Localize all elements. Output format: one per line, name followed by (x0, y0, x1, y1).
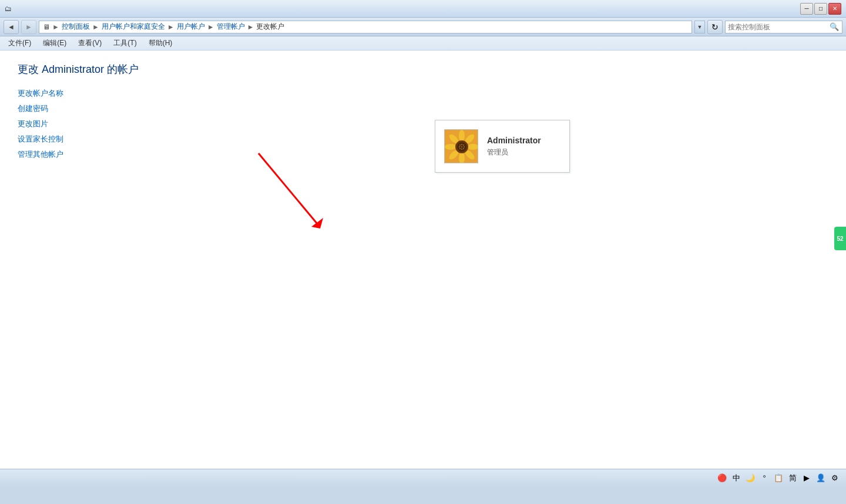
svg-point-16 (464, 146, 465, 147)
svg-point-13 (463, 145, 464, 146)
menu-view[interactable]: 查看(V) (72, 37, 108, 49)
taskbar-icon-dot[interactable]: ° (759, 473, 770, 483)
taskbar-icon-grid[interactable]: 📋 (773, 473, 784, 483)
account-info: Administrator 管理员 (487, 136, 541, 157)
window-icon: 🗂 (5, 5, 12, 13)
menu-tools[interactable]: 工具(T) (108, 37, 142, 49)
status-bar: 🔴 中 🌙 ° 📋 简 ▶ 👤 ⚙ (0, 469, 846, 486)
account-card: Administrator 管理员 (435, 120, 570, 173)
title-bar-left: 🗂 (5, 5, 12, 13)
link-manage-accounts[interactable]: 管理其他帐户 (18, 149, 828, 160)
address-path: 🖥 ► 控制面板 ► 用户帐户和家庭安全 ► 用户帐户 ► 管理帐户 ► 更改帐… (39, 21, 692, 33)
account-name: Administrator (487, 136, 541, 145)
taskbar-icon-user[interactable]: 👤 (815, 473, 826, 483)
back-icon: ◄ (8, 23, 15, 31)
svg-point-18 (461, 149, 462, 150)
path-item-3[interactable]: 用户帐户 (177, 22, 205, 32)
path-root-icon: 🖥 (43, 23, 50, 31)
account-avatar (444, 129, 478, 163)
title-bar-controls: ─ □ ✕ (800, 3, 841, 15)
path-sep-4: ► (207, 23, 214, 31)
account-role: 管理员 (487, 147, 541, 157)
link-parental-controls[interactable]: 设置家长控制 (18, 134, 828, 145)
link-change-name[interactable]: 更改帐户名称 (18, 88, 828, 99)
page-title: 更改 Administrator 的帐户 (18, 62, 828, 76)
svg-point-1 (459, 130, 465, 142)
refresh-button[interactable]: ↻ (707, 20, 723, 34)
svg-point-15 (461, 146, 462, 147)
avatar-image (445, 130, 478, 163)
maximize-button[interactable]: □ (814, 3, 827, 15)
content-area: 更改 Administrator 的帐户 更改帐户名称 创建密码 更改图片 设置… (0, 51, 846, 486)
path-item-4[interactable]: 管理帐户 (217, 22, 245, 32)
forward-icon: ► (25, 23, 32, 31)
search-button[interactable]: 🔍 (829, 22, 840, 32)
taskbar-icon-moon[interactable]: 🌙 (745, 473, 756, 483)
svg-point-19 (463, 148, 464, 149)
svg-point-11 (459, 145, 461, 146)
taskbar-icon-play[interactable]: ▶ (801, 473, 812, 483)
link-change-picture[interactable]: 更改图片 (18, 119, 828, 129)
minimize-button[interactable]: ─ (800, 3, 813, 15)
main-content: 更改 Administrator 的帐户 更改帐户名称 创建密码 更改图片 设置… (0, 51, 846, 486)
path-current: 更改帐户 (256, 22, 284, 32)
title-bar: 🗂 ─ □ ✕ (0, 0, 846, 18)
menu-file[interactable]: 文件(F) (2, 37, 37, 49)
svg-point-17 (459, 148, 461, 149)
svg-point-12 (461, 144, 462, 145)
action-links: 更改帐户名称 创建密码 更改图片 设置家长控制 管理其他帐户 (18, 88, 828, 160)
back-button[interactable]: ◄ (4, 20, 19, 34)
taskbar-icon-lang[interactable]: 简 (787, 473, 798, 483)
forward-button[interactable]: ► (21, 20, 36, 34)
close-button[interactable]: ✕ (828, 3, 841, 15)
taskbar-icon-ime[interactable]: 中 (731, 473, 741, 483)
menu-help[interactable]: 帮助(H) (143, 37, 179, 49)
link-create-password[interactable]: 创建密码 (18, 103, 828, 114)
side-tab[interactable]: 52 (834, 227, 846, 250)
menu-bar: 文件(F) 编辑(E) 查看(V) 工具(T) 帮助(H) (0, 36, 846, 51)
path-item-1[interactable]: 控制面板 (62, 22, 90, 32)
search-box: 🔍 (725, 21, 842, 33)
path-sep-5: ► (247, 23, 254, 31)
path-sep-3: ► (167, 23, 174, 31)
address-bar: ◄ ► 🖥 ► 控制面板 ► 用户帐户和家庭安全 ► 用户帐户 ► 管理帐户 ►… (0, 18, 846, 36)
menu-edit[interactable]: 编辑(E) (37, 37, 72, 49)
path-item-2[interactable]: 用户帐户和家庭安全 (102, 22, 165, 32)
svg-point-7 (445, 144, 456, 150)
search-input[interactable] (728, 23, 827, 31)
refresh-icon: ↻ (711, 22, 719, 32)
address-dropdown[interactable]: ▼ (694, 21, 705, 33)
taskbar-icon-0[interactable]: 🔴 (717, 473, 727, 483)
svg-point-14 (459, 146, 460, 147)
taskbar-icon-settings[interactable]: ⚙ (830, 473, 840, 483)
path-sep-2: ► (92, 23, 99, 31)
path-sep-1: ► (52, 23, 59, 31)
